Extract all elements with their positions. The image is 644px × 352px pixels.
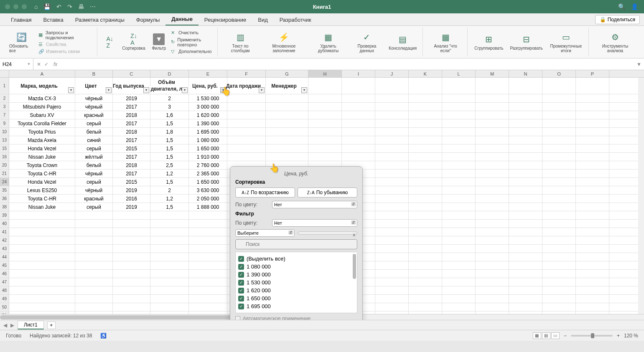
cell[interactable] bbox=[227, 144, 266, 152]
cell[interactable] bbox=[542, 144, 576, 152]
cell[interactable] bbox=[9, 303, 75, 311]
cell[interactable] bbox=[542, 278, 576, 286]
cell[interactable] bbox=[266, 144, 308, 152]
cell[interactable] bbox=[442, 228, 476, 236]
advanced-button[interactable]: ▽Дополнительно bbox=[171, 49, 213, 54]
cell[interactable] bbox=[409, 136, 442, 144]
cell[interactable] bbox=[9, 295, 75, 303]
cell[interactable] bbox=[476, 103, 509, 111]
cell[interactable] bbox=[9, 236, 75, 244]
cell[interactable]: Lexus ES250 bbox=[9, 186, 75, 194]
data-validation-button[interactable]: ✓Проверка данных bbox=[350, 30, 384, 54]
cell[interactable] bbox=[509, 195, 542, 203]
row-header[interactable]: 9 bbox=[0, 119, 9, 127]
sort-az-button[interactable]: A↓Z bbox=[102, 35, 117, 49]
add-sheet-button[interactable]: + bbox=[47, 322, 56, 329]
cell[interactable] bbox=[375, 253, 409, 261]
cell[interactable]: 2 bbox=[150, 186, 189, 194]
cell[interactable] bbox=[576, 228, 609, 236]
cell[interactable] bbox=[150, 295, 189, 303]
cell[interactable] bbox=[542, 295, 576, 303]
cell[interactable] bbox=[75, 228, 113, 236]
cell[interactable] bbox=[375, 128, 409, 136]
cell[interactable] bbox=[542, 245, 576, 253]
cell[interactable] bbox=[476, 295, 509, 303]
cell[interactable] bbox=[375, 186, 409, 194]
cell[interactable]: 2015 bbox=[113, 178, 150, 186]
cell[interactable] bbox=[576, 270, 609, 278]
cell[interactable] bbox=[375, 103, 409, 111]
cell[interactable] bbox=[576, 261, 609, 269]
cell[interactable] bbox=[509, 178, 542, 186]
filter-value-item[interactable]: ✓1 530 000 bbox=[238, 279, 354, 286]
cell[interactable] bbox=[409, 245, 442, 253]
cell[interactable] bbox=[476, 153, 509, 161]
text-to-columns-button[interactable]: ▥Текст по столбцам bbox=[223, 30, 258, 54]
filter-value-item[interactable]: ✓1 695 000 bbox=[238, 302, 354, 310]
sort-descending-button[interactable]: Z↓AПо убыванию bbox=[298, 187, 357, 198]
cell[interactable] bbox=[409, 161, 442, 169]
search-icon[interactable]: 🔍 bbox=[618, 3, 625, 10]
undo-icon[interactable]: ↶ bbox=[56, 3, 61, 10]
cell[interactable]: серый bbox=[75, 178, 113, 186]
cell[interactable] bbox=[576, 245, 609, 253]
cell[interactable] bbox=[342, 136, 375, 144]
cell[interactable]: 2017 bbox=[113, 153, 150, 161]
cell[interactable] bbox=[576, 178, 609, 186]
cell[interactable]: Toyota Prius bbox=[9, 128, 75, 136]
row-header[interactable]: 7 bbox=[0, 111, 9, 119]
row-header[interactable]: 38 bbox=[0, 203, 9, 211]
cell[interactable]: Toyota Crown bbox=[9, 161, 75, 169]
cell[interactable] bbox=[409, 286, 442, 294]
fx-label[interactable]: fx bbox=[52, 61, 59, 67]
cell[interactable] bbox=[576, 211, 609, 219]
cell[interactable]: чёрный bbox=[75, 94, 113, 102]
cell[interactable]: 1,5 bbox=[150, 136, 189, 144]
zoom-slider[interactable] bbox=[571, 335, 613, 337]
cell[interactable] bbox=[476, 186, 509, 194]
cell[interactable] bbox=[476, 245, 509, 253]
cell[interactable] bbox=[409, 119, 442, 127]
row-header[interactable]: 39 bbox=[0, 211, 9, 219]
auto-apply-row[interactable]: Автоматическое применение bbox=[235, 316, 357, 320]
cell[interactable]: 2 050 000 bbox=[189, 195, 227, 203]
col-header-D[interactable]: D bbox=[150, 70, 189, 77]
cell[interactable] bbox=[375, 111, 409, 119]
cell[interactable] bbox=[75, 295, 113, 303]
cell[interactable]: Subaru XV bbox=[9, 111, 75, 119]
col-header-L[interactable]: L bbox=[442, 70, 476, 77]
cell[interactable]: Toyota C-HR bbox=[9, 195, 75, 203]
cell[interactable] bbox=[150, 245, 189, 253]
cell[interactable] bbox=[509, 186, 542, 194]
cell[interactable] bbox=[509, 278, 542, 286]
cell[interactable]: 2018 bbox=[113, 128, 150, 136]
cell[interactable]: 1 080 000 bbox=[189, 136, 227, 144]
filter-color-select[interactable]: Нет⇵ bbox=[272, 219, 357, 227]
filter-dropdown-G[interactable]: ▾ bbox=[301, 87, 307, 93]
cell[interactable]: 1,2 bbox=[150, 195, 189, 203]
edit-links-button[interactable]: 🔗Изменить связи bbox=[38, 49, 93, 54]
maximize-window-icon[interactable] bbox=[22, 4, 27, 9]
col-header-H[interactable]: H bbox=[308, 70, 342, 77]
cell[interactable] bbox=[375, 203, 409, 211]
sort-button[interactable]: Z↓AСортировка bbox=[121, 33, 147, 51]
cell[interactable] bbox=[476, 253, 509, 261]
cell[interactable] bbox=[476, 203, 509, 211]
cell[interactable] bbox=[150, 253, 189, 261]
cell[interactable] bbox=[409, 270, 442, 278]
cell[interactable] bbox=[476, 144, 509, 152]
cell[interactable] bbox=[576, 119, 609, 127]
cell[interactable] bbox=[75, 220, 113, 228]
cell[interactable] bbox=[542, 178, 576, 186]
cell[interactable] bbox=[113, 245, 150, 253]
cell[interactable] bbox=[308, 119, 342, 127]
cell[interactable] bbox=[542, 261, 576, 269]
select-all-item[interactable]: ✓(Выделить все) bbox=[238, 255, 354, 263]
cell[interactable] bbox=[442, 103, 476, 111]
cell[interactable] bbox=[150, 278, 189, 286]
cell[interactable]: 1 695 000 bbox=[189, 128, 227, 136]
group-button[interactable]: ⊞Сгруппировать bbox=[473, 33, 505, 51]
cell[interactable]: 2016 bbox=[113, 195, 150, 203]
prev-sheet-icon[interactable]: ◀ bbox=[3, 322, 7, 328]
cell[interactable] bbox=[9, 286, 75, 294]
